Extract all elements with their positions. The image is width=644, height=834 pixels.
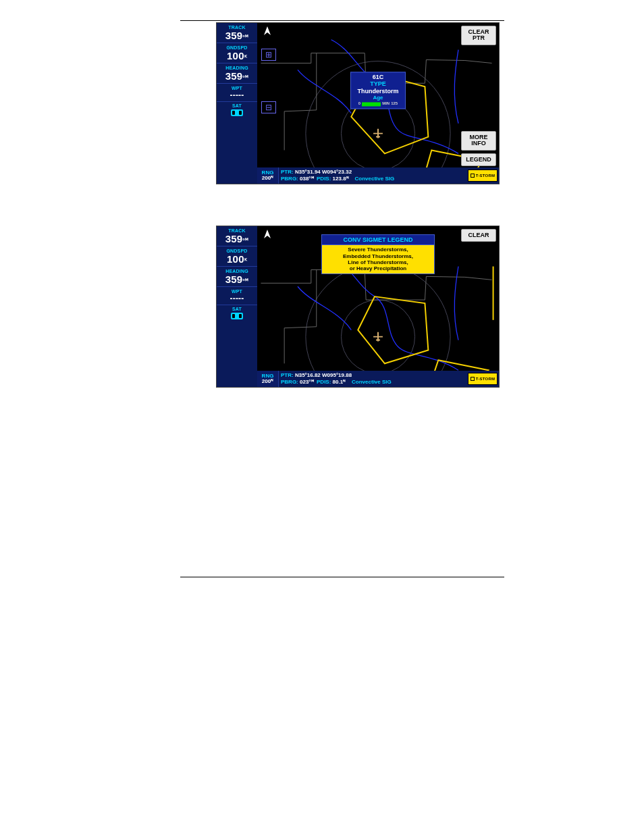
status-bar: RNG 200ᴺ PTR: N35°31.94 W094°23.32 PBRG:…: [257, 167, 499, 184]
tstorm-icon: [471, 174, 475, 178]
device-screenshot-2: TRACK 359°ᴹ GNDSPD 100ᴷ HEADING 359°ᴹ WP…: [216, 226, 500, 388]
track-value: 359°ᴹ: [218, 234, 256, 244]
sigmet-legend-popup: CONV SIGMET LEGEND Severe Thunderstorms,…: [321, 234, 435, 274]
tstorm-badge: T-STORM: [468, 373, 498, 385]
legend-body: Severe Thunderstorms, Embedded Thunderst…: [322, 245, 434, 273]
sigmet-id: 61C: [352, 74, 404, 80]
wpt-value: -----: [218, 294, 256, 303]
heading-cell: HEADING 359°ᴹ: [217, 267, 257, 287]
range-cell: RNG 200ᴺ: [257, 167, 279, 184]
satellite-icon: [231, 109, 243, 116]
track-value: 359°ᴹ: [218, 30, 256, 41]
softkeys-bottom: MORE INFO LEGEND: [461, 131, 496, 166]
map-display[interactable]: ⊞ ⊟ 61C TYPE Thunderstorm Age 0 MIN 125 …: [257, 23, 499, 184]
type-label: TYPE: [352, 81, 404, 88]
sigmet-info-popup: 61C TYPE Thunderstorm Age 0 MIN 125: [350, 72, 406, 109]
age-bar: 0 MIN 125: [352, 102, 404, 107]
wpt-cell: WPT -----: [217, 84, 257, 102]
age-label: Age: [352, 95, 404, 101]
satellite-icon: [231, 313, 243, 319]
softkeys-top: CLEAR PTR: [461, 26, 496, 45]
wpt-value: -----: [218, 91, 256, 99]
track-cell: TRACK 359°ᴹ: [217, 23, 257, 43]
zoom-in-icon[interactable]: ⊞: [261, 49, 276, 61]
map-display[interactable]: CONV SIGMET LEGEND Severe Thunderstorms,…: [257, 226, 499, 387]
gndspd-cell: GNDSPD 100ᴷ: [217, 246, 257, 267]
sat-cell: SAT: [217, 305, 257, 387]
heading-value: 359°ᴹ: [218, 71, 256, 81]
sat-label: SAT: [232, 307, 242, 311]
zoom-out-icon[interactable]: ⊟: [261, 101, 276, 113]
heading-value: 359°ᴹ: [218, 274, 256, 284]
tstorm-icon: [471, 377, 475, 381]
section-rule: [180, 577, 504, 577]
wpt-cell: WPT -----: [217, 287, 257, 305]
section-rule: [180, 20, 504, 21]
zoom-controls: ⊞ ⊟: [261, 49, 276, 113]
legend-title: CONV SIGMET LEGEND: [322, 235, 434, 245]
north-arrow: [263, 229, 272, 241]
pointer-readout: PTR: N35°16.82 W095°19.88 PBRG: 023°ᴹ PD…: [279, 371, 468, 387]
range-cell: RNG 200ᴺ: [257, 371, 279, 387]
track-cell: TRACK 359°ᴹ: [217, 226, 257, 246]
more-info-button[interactable]: MORE INFO: [461, 131, 496, 151]
aircraft-icon: [373, 332, 383, 342]
flight-data-sidebar: TRACK 359°ᴹ GNDSPD 100ᴷ HEADING 359°ᴹ WP…: [217, 226, 257, 387]
flight-data-sidebar: TRACK 359°ᴹ GNDSPD 100ᴷ HEADING 359°ᴹ WP…: [217, 23, 257, 184]
clear-button[interactable]: CLEAR: [461, 229, 496, 242]
north-arrow: [263, 26, 272, 38]
heading-cell: HEADING 359°ᴹ: [217, 63, 257, 84]
svg-point-5: [306, 265, 450, 387]
clear-ptr-button[interactable]: CLEAR PTR: [461, 26, 496, 45]
status-bar: RNG 200ᴺ PTR: N35°16.82 W095°19.88 PBRG:…: [257, 371, 499, 387]
gndspd-cell: GNDSPD 100ᴷ: [217, 43, 257, 63]
sat-cell: SAT: [217, 102, 257, 184]
device-screenshot-1: TRACK 359°ᴹ GNDSPD 100ᴷ HEADING 359°ᴹ WP…: [216, 22, 500, 184]
aircraft-icon: [373, 129, 383, 138]
gndspd-value: 100ᴷ: [218, 254, 256, 264]
type-value: Thunderstorm: [352, 88, 404, 95]
legend-button[interactable]: LEGEND: [461, 153, 496, 166]
tstorm-badge: T-STORM: [468, 170, 498, 182]
sat-label: SAT: [232, 103, 242, 108]
gndspd-value: 100ᴷ: [218, 51, 256, 61]
svg-marker-6: [358, 296, 428, 363]
softkeys-top: CLEAR: [461, 229, 496, 242]
pointer-readout: PTR: N35°31.94 W094°23.32 PBRG: 038°ᴹ PD…: [279, 167, 468, 184]
